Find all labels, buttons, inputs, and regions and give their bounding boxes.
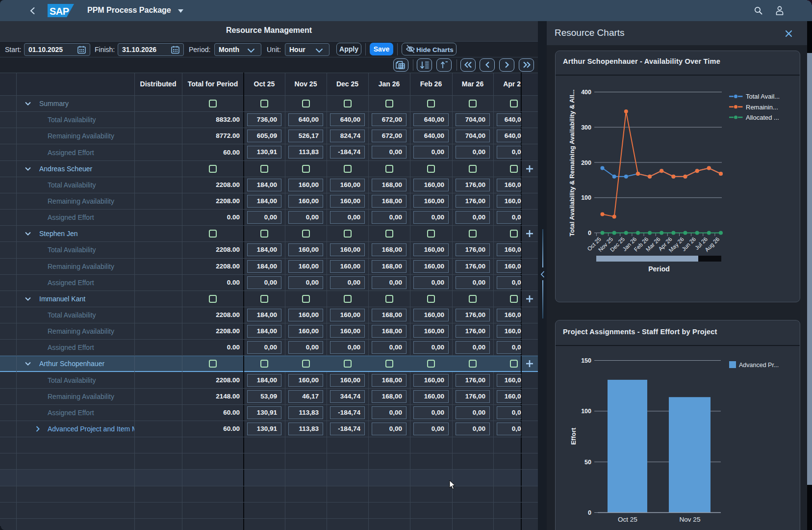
svg-text:100: 100 [581,194,591,201]
svg-text:300: 300 [581,124,591,131]
svg-text:Remainin...: Remainin... [746,104,778,111]
svg-text:Advanced Pr...: Advanced Pr... [739,362,779,369]
svg-text:Oct 25: Oct 25 [618,516,637,523]
svg-text:Total Avail...: Total Avail... [746,93,780,100]
svg-text:Nov 25: Nov 25 [680,516,701,523]
svg-text:Period: Period [648,265,670,273]
svg-text:Total Availability & Remaining: Total Availability & Remaining Availabil… [568,89,576,236]
svg-text:0: 0 [588,509,591,516]
svg-text:150: 150 [581,357,591,364]
svg-text:0: 0 [588,230,591,237]
svg-text:SAP: SAP [50,6,69,17]
svg-text:400: 400 [581,89,591,96]
svg-text:50: 50 [584,459,591,466]
svg-text:100: 100 [581,408,591,415]
svg-text:Effort: Effort [570,427,577,445]
svg-text:200: 200 [581,159,591,166]
svg-text:Allocated ...: Allocated ... [746,114,779,121]
